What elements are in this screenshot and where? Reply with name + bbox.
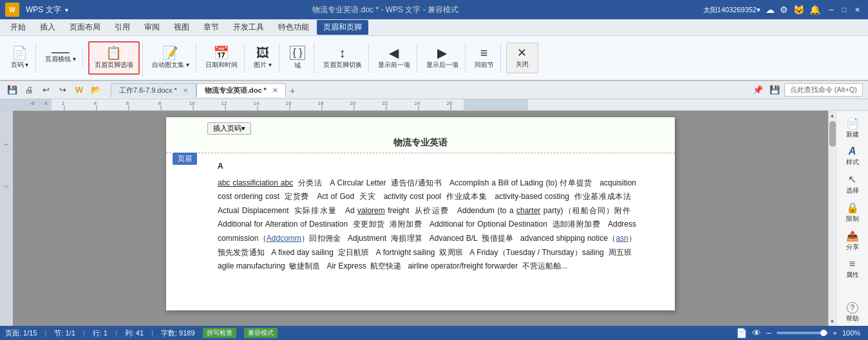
document-area[interactable]: 页眉 插入页码▾ 物流专业英语 A abc classificiation ab… <box>13 111 828 326</box>
properties-label: 属性 <box>846 270 859 279</box>
scroll-thumb[interactable] <box>829 121 836 147</box>
content-area: A abc classificiation abc 分类法 A Circular… <box>166 153 675 283</box>
add-tab-button[interactable]: + <box>286 84 299 97</box>
redo-btn[interactable]: ↪ <box>55 83 70 97</box>
undo-btn[interactable]: ↩ <box>39 83 53 97</box>
asn-link[interactable]: asn <box>616 234 628 243</box>
auto-text-icon: 📝 <box>162 46 178 59</box>
auto-text-button[interactable]: 📝 自动图文集 ▾ <box>148 44 193 71</box>
ribbon-group-hf-switch: ↕ 页眉页脚切换 <box>317 43 369 73</box>
print-quick-btn[interactable]: 🖨 <box>22 83 36 97</box>
ribbon-group-same-prev: ≡ 同前节 <box>468 43 501 73</box>
menu-special[interactable]: 特色功能 <box>272 20 316 35</box>
svg-text:4: 4 <box>94 100 97 106</box>
help-label: 帮助 <box>846 314 859 323</box>
menu-page-layout[interactable]: 页面布局 <box>63 20 107 35</box>
header-zone[interactable]: 页眉 插入页码▾ 物流专业英语 <box>166 117 675 153</box>
style-button[interactable]: A 样式 <box>839 143 866 169</box>
abc-classificiation: abc classificiation abc <box>218 178 293 187</box>
show-next-icon: ▶ <box>437 46 447 59</box>
pin-btn[interactable]: 📌 <box>751 83 765 97</box>
document-title: 物流专业英语 <box>205 137 636 149</box>
tab-work-close[interactable]: ✕ <box>183 87 188 94</box>
wps-mark: W <box>72 83 86 97</box>
addcomm-link[interactable]: Addcomm <box>267 234 301 243</box>
header-line-label: 页眉横线 ▾ <box>45 55 76 64</box>
properties-button[interactable]: ≡ 属性 <box>839 256 866 282</box>
same-prev-button[interactable]: ≡ 同前节 <box>471 44 498 71</box>
field-icon: { } <box>290 46 305 60</box>
image-icon: 🖼 <box>256 46 269 59</box>
new-doc-button[interactable]: 📄 新建 <box>839 115 866 142</box>
bell-icon[interactable]: 🔔 <box>809 5 820 15</box>
app-name: WPS 文字 <box>26 5 61 15</box>
menu-dev-tools[interactable]: 开发工具 <box>227 20 270 35</box>
menu-reference[interactable]: 引用 <box>108 20 137 35</box>
title-bar-left: W WPS 文字 ▾ <box>5 3 68 17</box>
quick-bar: 💾 🖨 ↩ ↪ W 📂 工作7.6-7.9.docx * ✕ 物流专业英语.do… <box>0 81 868 99</box>
user-info[interactable]: 太阳1403269352▾ <box>703 5 760 15</box>
zoom-minus[interactable]: ─ <box>766 329 771 337</box>
share-button[interactable]: 📤 分享 <box>839 227 866 254</box>
header-line-button[interactable]: 页眉横线 ▾ <box>41 50 80 66</box>
page-num-button[interactable]: 📄 页码 ▾ <box>7 44 33 71</box>
menu-insert[interactable]: 插入 <box>33 20 62 35</box>
save2-btn[interactable]: 💾 <box>768 83 782 97</box>
view-mode-reading[interactable]: 👁 <box>752 328 761 338</box>
open-btn[interactable]: 📂 <box>89 83 103 97</box>
spell-check-badge[interactable]: 拼写检查 <box>203 328 236 338</box>
show-prev-label: 显示前一项 <box>378 61 410 70</box>
ribbon-group-page-num: 📄 页码 ▾ <box>4 43 36 73</box>
tab-logistics-doc[interactable]: 物流专业英语.doc * ✕ <box>196 83 286 97</box>
maximize-button[interactable]: □ <box>838 4 850 15</box>
menu-chapter[interactable]: 章节 <box>197 20 225 35</box>
title-bar: W WPS 文字 ▾ 物流专业英语.doc * - WPS 文字 - 兼容模式 … <box>0 0 868 19</box>
scroll-up-arrow[interactable]: ▲ <box>829 111 836 120</box>
image-button[interactable]: 🖼 图片 ▾ <box>250 44 276 71</box>
menu-start[interactable]: 开始 <box>4 20 32 35</box>
menu-view[interactable]: 视图 <box>167 20 196 35</box>
ruler: 2 4 6 8 10 12 14 16 18 20 22 24 26 -6 -4 <box>0 99 868 111</box>
zoom-percent[interactable]: 100% <box>842 329 863 337</box>
select-button[interactable]: ↖ 选择 <box>839 171 866 198</box>
scroll-down-arrow[interactable]: ▼ <box>829 317 836 326</box>
close-button[interactable]: ✕ <box>851 4 863 15</box>
search-command-hint[interactable]: 点此查找命令 (Alt+Q) <box>784 83 863 97</box>
select-icon: ↖ <box>848 173 856 185</box>
ribbon: 📄 页码 ▾ 页眉横线 ▾ 📋 页眉页脚选项 📝 自动图文集 ▾ 📅 日期和时间 <box>0 36 868 81</box>
tab-work-label: 工作7.6-7.9.docx * <box>119 86 177 94</box>
show-next-button[interactable]: ▶ 显示后一项 <box>422 44 462 71</box>
minimize-button[interactable]: ─ <box>826 4 837 15</box>
close-hf-button[interactable]: ✕ 关闭 <box>506 42 538 73</box>
header-footer-options-button[interactable]: 📋 页眉页脚选项 <box>88 41 140 75</box>
vertical-scrollbar[interactable]: ▲ ▼ <box>828 111 836 326</box>
tab-work-doc[interactable]: 工作7.6-7.9.docx * ✕ <box>111 83 196 97</box>
charter-word: charter <box>516 206 540 215</box>
svg-text:2: 2 <box>62 100 65 106</box>
help-button[interactable]: ? 帮助 <box>839 299 866 326</box>
svg-text:8: 8 <box>158 100 162 106</box>
menu-review[interactable]: 审阅 <box>138 20 166 35</box>
datetime-label: 日期和时间 <box>205 61 238 70</box>
svg-text:26: 26 <box>447 100 453 106</box>
menu-header-footer[interactable]: 页眉和页脚 <box>317 20 368 35</box>
window-controls: ─ □ ✕ <box>826 4 863 15</box>
zoom-slider[interactable] <box>777 332 828 334</box>
view-mode-normal[interactable]: 📄 <box>736 328 747 338</box>
properties-icon: ≡ <box>849 258 855 270</box>
datetime-button[interactable]: 📅 日期和时间 <box>202 44 241 71</box>
save-quick-btn[interactable]: 💾 <box>5 83 19 97</box>
zoom-plus[interactable]: + <box>833 329 837 337</box>
content-paragraph-1[interactable]: abc classificiation abc 分类法 A Circular L… <box>218 176 636 274</box>
settings-icon[interactable]: ⚙ <box>780 5 788 15</box>
restrict-button[interactable]: 🔒 限制 <box>839 199 866 226</box>
insert-code-button[interactable]: 插入页码▾ <box>207 122 251 135</box>
ribbon-group-show-prev: ◀ 显示前一项 <box>372 43 417 73</box>
svg-text:20: 20 <box>350 100 356 106</box>
svg-text:16: 16 <box>286 100 292 106</box>
tab-logistics-close[interactable]: ✕ <box>272 87 278 94</box>
quick-access-right: 📌 💾 点此查找命令 (Alt+Q) <box>751 83 863 97</box>
field-button[interactable]: { } 域 <box>286 44 308 72</box>
show-prev-button[interactable]: ◀ 显示前一项 <box>374 44 414 71</box>
hf-switch-button[interactable]: ↕ 页眉页脚切换 <box>319 44 366 71</box>
